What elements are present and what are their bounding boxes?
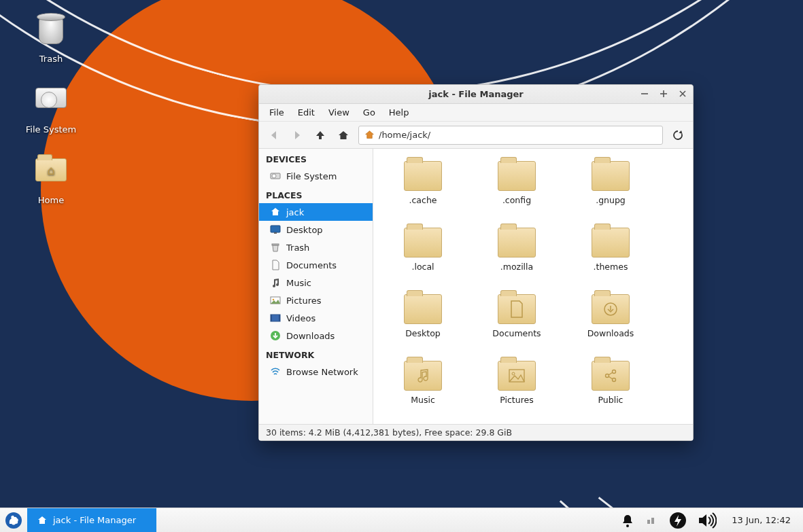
- folder-mozilla[interactable]: .mozilla: [470, 225, 564, 291]
- window-title: jack - File Manager: [428, 89, 523, 99]
- tray-indicator-icon[interactable]: [646, 514, 658, 527]
- folder-icon: [498, 361, 536, 391]
- folder-music[interactable]: Music: [376, 358, 470, 424]
- sidebar-item-label: Music: [286, 278, 311, 288]
- sidebar: DEVICES File System PLACES jack Desktop: [259, 149, 373, 424]
- up-button[interactable]: [312, 127, 328, 143]
- doc-overlay-icon: [509, 300, 524, 318]
- menu-edit[interactable]: Edit: [292, 105, 321, 120]
- volume-icon[interactable]: [698, 512, 717, 529]
- notifications-icon[interactable]: [620, 513, 635, 528]
- folder-pictures[interactable]: Pictures: [470, 358, 564, 424]
- forward-button[interactable]: [289, 127, 305, 143]
- svg-point-6: [272, 174, 276, 178]
- minimize-button[interactable]: [638, 88, 651, 100]
- content-pane[interactable]: .cache.config.gnupg.local.mozilla.themes…: [373, 149, 693, 424]
- sidebar-item-pictures[interactable]: Pictures: [259, 291, 373, 309]
- svg-rect-9: [272, 244, 279, 245]
- menu-view[interactable]: View: [322, 105, 356, 120]
- sidebar-item-label: Pictures: [286, 296, 321, 306]
- reload-button[interactable]: [670, 127, 686, 143]
- file-label: Desktop: [405, 328, 441, 338]
- path-text: /home/jack/: [379, 130, 430, 140]
- menu-help[interactable]: Help: [383, 105, 415, 120]
- file-label: .mozilla: [500, 262, 533, 272]
- file-label: Public: [598, 395, 623, 405]
- sidebar-item-trash[interactable]: Trash: [259, 238, 373, 256]
- maximize-button[interactable]: [657, 88, 670, 100]
- pictures-icon: [270, 295, 281, 306]
- network-icon: [270, 366, 281, 377]
- folder-gnupg[interactable]: .gnupg: [564, 158, 657, 225]
- sidebar-item-music[interactable]: Music: [259, 274, 373, 291]
- sidebar-item-label: Trash: [286, 243, 309, 253]
- svg-point-25: [626, 525, 629, 527]
- folder-public[interactable]: Public: [564, 358, 657, 424]
- folder-icon: [498, 228, 536, 258]
- folder-icon: [592, 161, 630, 191]
- start-button[interactable]: [0, 508, 27, 533]
- system-tray: 13 Jun, 12:42: [612, 512, 803, 529]
- sidebar-heading-network: NETWORK: [259, 344, 373, 363]
- folder-themes[interactable]: .themes: [564, 225, 657, 291]
- home-button[interactable]: [335, 127, 352, 143]
- sidebar-item-label: Desktop: [286, 225, 323, 235]
- taskbar-item-label: jack - File Manager: [53, 515, 136, 525]
- desktop-icon-home[interactable]: ⌂ Home: [24, 158, 78, 205]
- svg-point-21: [613, 378, 616, 382]
- status-text: 30 items: 4.2 MiB (4,412,381 bytes), Fre…: [266, 427, 512, 438]
- folder-config[interactable]: .config: [470, 158, 564, 225]
- menu-file[interactable]: File: [263, 105, 290, 120]
- drive-icon: [270, 171, 281, 181]
- sidebar-item-filesystem[interactable]: File System: [259, 167, 373, 185]
- file-label: Downloads: [587, 328, 634, 338]
- downloads-icon: [270, 330, 281, 341]
- desktop-icon-area: Trash File System ⌂ Home: [24, 17, 78, 229]
- file-label: .gnupg: [596, 195, 626, 205]
- menubar: File Edit View Go Help: [259, 104, 693, 122]
- sidebar-item-label: jack: [286, 207, 304, 217]
- folder-documents[interactable]: Documents: [470, 291, 564, 358]
- svg-line-23: [609, 376, 613, 379]
- music-icon: [270, 277, 281, 288]
- folder-downloads[interactable]: Downloads: [564, 291, 657, 358]
- path-entry[interactable]: /home/jack/: [358, 126, 663, 145]
- power-icon[interactable]: [669, 512, 687, 529]
- sidebar-item-desktop[interactable]: Desktop: [259, 221, 373, 238]
- clock[interactable]: 13 Jun, 12:42: [728, 515, 795, 525]
- folder-cache[interactable]: .cache: [376, 158, 470, 225]
- file-manager-window: jack - File Manager File Edit View Go He…: [258, 84, 694, 441]
- titlebar[interactable]: jack - File Manager: [259, 85, 693, 104]
- sidebar-item-label: Downloads: [286, 331, 335, 341]
- home-icon: [37, 515, 48, 526]
- svg-rect-17: [509, 370, 524, 382]
- close-button[interactable]: [677, 88, 689, 100]
- trash-icon: [270, 242, 281, 253]
- sidebar-item-documents[interactable]: Documents: [259, 256, 373, 274]
- pic-overlay-icon: [509, 369, 525, 383]
- folder-icon: [404, 361, 442, 391]
- folder-desktop[interactable]: Desktop: [376, 291, 470, 358]
- xfce-logo-icon: [5, 512, 22, 529]
- desktop-icon-filesystem[interactable]: File System: [24, 88, 78, 135]
- desktop-icon-label: Home: [24, 195, 78, 205]
- file-label: Music: [411, 395, 435, 405]
- file-label: .themes: [594, 262, 628, 272]
- folder-local[interactable]: .local: [376, 225, 470, 291]
- desktop-icon-trash[interactable]: Trash: [24, 17, 78, 64]
- svg-rect-7: [271, 226, 280, 232]
- svg-point-18: [512, 372, 515, 375]
- menu-go[interactable]: Go: [357, 105, 381, 120]
- taskbar-item-file-manager[interactable]: jack - File Manager: [27, 508, 156, 533]
- sidebar-item-home[interactable]: jack: [259, 203, 373, 221]
- back-button[interactable]: [266, 127, 282, 143]
- document-icon: [270, 260, 281, 270]
- sidebar-item-network[interactable]: Browse Network: [259, 363, 373, 380]
- folder-icon: [404, 294, 442, 324]
- sidebar-item-videos[interactable]: Videos: [259, 309, 373, 327]
- desktop-icon-label: File System: [24, 124, 78, 135]
- file-label: Documents: [492, 328, 541, 338]
- svg-line-22: [609, 372, 613, 375]
- sidebar-item-downloads[interactable]: Downloads: [259, 327, 373, 344]
- svg-rect-14: [279, 315, 280, 321]
